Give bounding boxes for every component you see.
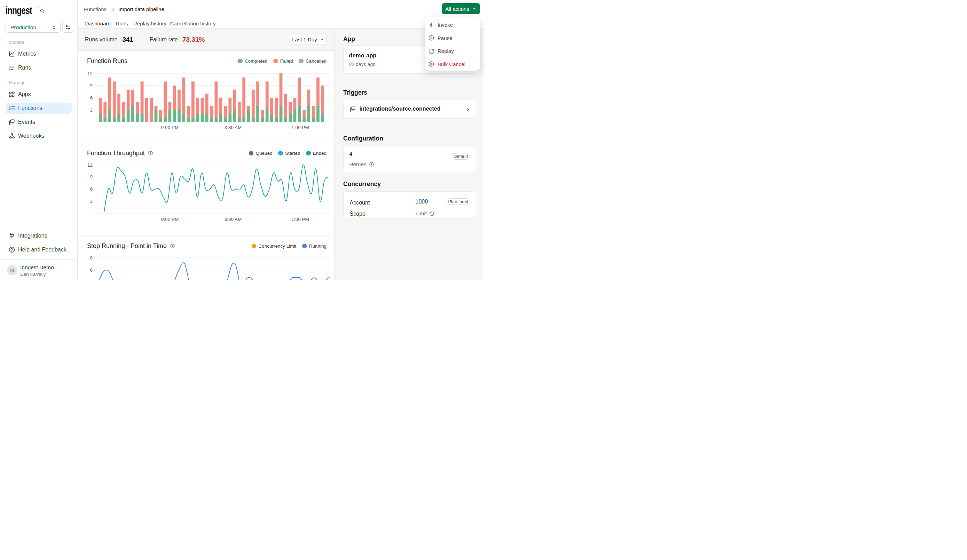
svg-text:3: 3 [90, 199, 92, 204]
svg-text:12: 12 [87, 162, 92, 168]
svg-text:9:00 PM: 9:00 PM [161, 125, 178, 130]
svg-text:1:00 PM: 1:00 PM [291, 217, 309, 222]
svg-text:6: 6 [90, 95, 92, 100]
svg-text:3: 3 [90, 107, 92, 113]
svg-text:3:30 AM: 3:30 AM [224, 217, 242, 222]
svg-text:6: 6 [90, 186, 92, 192]
svg-text:9:00 PM: 9:00 PM [161, 217, 178, 222]
svg-text:9: 9 [90, 83, 92, 88]
svg-text:9: 9 [90, 174, 92, 180]
svg-text:12: 12 [87, 71, 92, 76]
svg-text:3:30 AM: 3:30 AM [224, 125, 242, 130]
svg-text:6: 6 [90, 267, 92, 273]
svg-text:8: 8 [90, 255, 92, 260]
svg-text:1:00 PM: 1:00 PM [291, 125, 309, 130]
